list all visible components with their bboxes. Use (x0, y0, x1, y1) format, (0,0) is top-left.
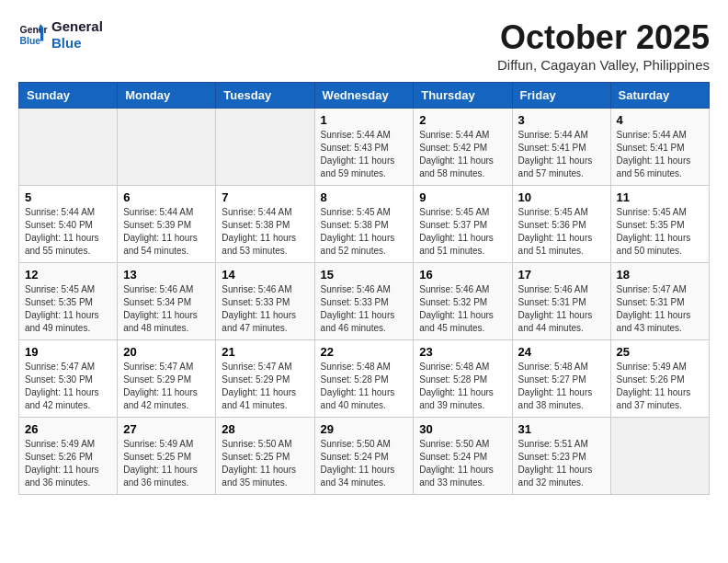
calendar-cell: 21 Sunrise: 5:47 AMSunset: 5:29 PMDaylig… (216, 340, 314, 418)
day-number: 18 (617, 268, 703, 282)
calendar-week-row: 26 Sunrise: 5:49 AMSunset: 5:26 PMDaylig… (19, 418, 710, 495)
weekday-header-row: SundayMondayTuesdayWednesdayThursdayFrid… (19, 83, 710, 109)
day-number: 31 (518, 422, 605, 436)
day-info: Sunrise: 5:50 AMSunset: 5:25 PMDaylight:… (222, 438, 308, 489)
calendar-cell: 13 Sunrise: 5:46 AMSunset: 5:34 PMDaylig… (118, 263, 216, 340)
day-number: 26 (25, 422, 111, 436)
location-subtitle: Diffun, Cagayan Valley, Philippines (497, 57, 710, 73)
month-title: October 2025 (497, 18, 710, 57)
title-section: October 2025 Diffun, Cagayan Valley, Phi… (497, 18, 710, 73)
day-number: 1 (321, 113, 408, 127)
day-number: 27 (123, 422, 210, 436)
calendar-cell: 30 Sunrise: 5:50 AMSunset: 5:24 PMDaylig… (414, 418, 512, 495)
day-info: Sunrise: 5:46 AMSunset: 5:31 PMDaylight:… (518, 283, 605, 335)
day-info: Sunrise: 5:44 AMSunset: 5:39 PMDaylight:… (123, 206, 210, 258)
day-info: Sunrise: 5:48 AMSunset: 5:28 PMDaylight:… (419, 361, 506, 412)
day-number: 3 (518, 113, 605, 127)
calendar-week-row: 12 Sunrise: 5:45 AMSunset: 5:35 PMDaylig… (19, 263, 710, 340)
day-info: Sunrise: 5:48 AMSunset: 5:28 PMDaylight:… (321, 361, 408, 412)
calendar-cell: 25 Sunrise: 5:49 AMSunset: 5:26 PMDaylig… (610, 340, 709, 418)
header: General Blue General Blue October 2025 D… (18, 18, 710, 73)
calendar-cell (19, 109, 118, 186)
day-number: 28 (222, 422, 308, 436)
logo-general: General (51, 18, 103, 35)
day-number: 14 (222, 268, 308, 282)
day-number: 29 (321, 422, 408, 436)
day-number: 30 (419, 422, 506, 436)
day-info: Sunrise: 5:47 AMSunset: 5:29 PMDaylight:… (222, 361, 308, 412)
calendar-cell: 18 Sunrise: 5:47 AMSunset: 5:31 PMDaylig… (610, 263, 709, 340)
calendar-cell: 1 Sunrise: 5:44 AMSunset: 5:43 PMDayligh… (314, 109, 414, 186)
logo: General Blue General Blue (18, 18, 103, 52)
day-info: Sunrise: 5:50 AMSunset: 5:24 PMDaylight:… (321, 438, 408, 489)
day-info: Sunrise: 5:51 AMSunset: 5:23 PMDaylight:… (518, 438, 605, 489)
calendar-cell: 31 Sunrise: 5:51 AMSunset: 5:23 PMDaylig… (512, 418, 610, 495)
calendar-cell: 16 Sunrise: 5:46 AMSunset: 5:32 PMDaylig… (414, 263, 512, 340)
day-number: 6 (123, 190, 210, 204)
calendar-week-row: 1 Sunrise: 5:44 AMSunset: 5:43 PMDayligh… (19, 109, 710, 186)
day-info: Sunrise: 5:49 AMSunset: 5:25 PMDaylight:… (123, 438, 210, 489)
day-info: Sunrise: 5:50 AMSunset: 5:24 PMDaylight:… (419, 438, 506, 489)
calendar-cell: 2 Sunrise: 5:44 AMSunset: 5:42 PMDayligh… (414, 109, 512, 186)
weekday-header: Thursday (414, 83, 512, 109)
weekday-header: Monday (118, 83, 216, 109)
calendar-cell: 9 Sunrise: 5:45 AMSunset: 5:37 PMDayligh… (414, 186, 512, 263)
day-info: Sunrise: 5:45 AMSunset: 5:38 PMDaylight:… (321, 206, 408, 258)
day-info: Sunrise: 5:47 AMSunset: 5:29 PMDaylight:… (123, 361, 210, 412)
day-info: Sunrise: 5:47 AMSunset: 5:30 PMDaylight:… (25, 361, 111, 412)
day-info: Sunrise: 5:45 AMSunset: 5:35 PMDaylight:… (617, 206, 703, 258)
calendar-cell: 10 Sunrise: 5:45 AMSunset: 5:36 PMDaylig… (512, 186, 610, 263)
calendar-cell: 14 Sunrise: 5:46 AMSunset: 5:33 PMDaylig… (216, 263, 314, 340)
day-info: Sunrise: 5:44 AMSunset: 5:38 PMDaylight:… (222, 206, 308, 258)
day-number: 9 (419, 190, 506, 204)
calendar-cell: 12 Sunrise: 5:45 AMSunset: 5:35 PMDaylig… (19, 263, 118, 340)
weekday-header: Tuesday (216, 83, 314, 109)
day-number: 5 (25, 190, 111, 204)
day-number: 12 (25, 268, 111, 282)
day-number: 19 (25, 345, 111, 359)
weekday-header: Sunday (19, 83, 118, 109)
calendar-cell: 4 Sunrise: 5:44 AMSunset: 5:41 PMDayligh… (610, 109, 709, 186)
calendar-cell: 20 Sunrise: 5:47 AMSunset: 5:29 PMDaylig… (118, 340, 216, 418)
day-info: Sunrise: 5:46 AMSunset: 5:33 PMDaylight:… (321, 283, 408, 335)
day-info: Sunrise: 5:48 AMSunset: 5:27 PMDaylight:… (518, 361, 605, 412)
calendar-cell: 19 Sunrise: 5:47 AMSunset: 5:30 PMDaylig… (19, 340, 118, 418)
calendar-cell: 5 Sunrise: 5:44 AMSunset: 5:40 PMDayligh… (19, 186, 118, 263)
calendar-cell: 17 Sunrise: 5:46 AMSunset: 5:31 PMDaylig… (512, 263, 610, 340)
day-number: 10 (518, 190, 605, 204)
day-info: Sunrise: 5:45 AMSunset: 5:36 PMDaylight:… (518, 206, 605, 258)
calendar-cell: 29 Sunrise: 5:50 AMSunset: 5:24 PMDaylig… (314, 418, 414, 495)
day-number: 15 (321, 268, 408, 282)
svg-text:General: General (20, 25, 48, 35)
day-info: Sunrise: 5:46 AMSunset: 5:34 PMDaylight:… (123, 283, 210, 335)
day-info: Sunrise: 5:44 AMSunset: 5:42 PMDaylight:… (419, 129, 506, 180)
day-number: 24 (518, 345, 605, 359)
day-number: 4 (617, 113, 703, 127)
day-info: Sunrise: 5:44 AMSunset: 5:40 PMDaylight:… (25, 206, 111, 258)
logo-blue: Blue (51, 35, 103, 52)
day-number: 22 (321, 345, 408, 359)
day-info: Sunrise: 5:49 AMSunset: 5:26 PMDaylight:… (25, 438, 111, 489)
calendar-cell: 8 Sunrise: 5:45 AMSunset: 5:38 PMDayligh… (314, 186, 414, 263)
day-info: Sunrise: 5:46 AMSunset: 5:32 PMDaylight:… (419, 283, 506, 335)
day-number: 21 (222, 345, 308, 359)
day-info: Sunrise: 5:44 AMSunset: 5:41 PMDaylight:… (617, 129, 703, 180)
calendar-cell: 27 Sunrise: 5:49 AMSunset: 5:25 PMDaylig… (118, 418, 216, 495)
svg-text:Blue: Blue (20, 36, 41, 46)
calendar-cell: 26 Sunrise: 5:49 AMSunset: 5:26 PMDaylig… (19, 418, 118, 495)
day-number: 16 (419, 268, 506, 282)
day-info: Sunrise: 5:46 AMSunset: 5:33 PMDaylight:… (222, 283, 308, 335)
day-info: Sunrise: 5:47 AMSunset: 5:31 PMDaylight:… (617, 283, 703, 335)
day-info: Sunrise: 5:45 AMSunset: 5:35 PMDaylight:… (25, 283, 111, 335)
day-info: Sunrise: 5:44 AMSunset: 5:43 PMDaylight:… (321, 129, 408, 180)
day-number: 23 (419, 345, 506, 359)
calendar-week-row: 19 Sunrise: 5:47 AMSunset: 5:30 PMDaylig… (19, 340, 710, 418)
calendar-cell: 11 Sunrise: 5:45 AMSunset: 5:35 PMDaylig… (610, 186, 709, 263)
day-info: Sunrise: 5:44 AMSunset: 5:41 PMDaylight:… (518, 129, 605, 180)
weekday-header: Saturday (610, 83, 709, 109)
day-number: 2 (419, 113, 506, 127)
day-info: Sunrise: 5:45 AMSunset: 5:37 PMDaylight:… (419, 206, 506, 258)
logo-icon: General Blue (18, 20, 48, 50)
day-number: 25 (617, 345, 703, 359)
day-number: 17 (518, 268, 605, 282)
